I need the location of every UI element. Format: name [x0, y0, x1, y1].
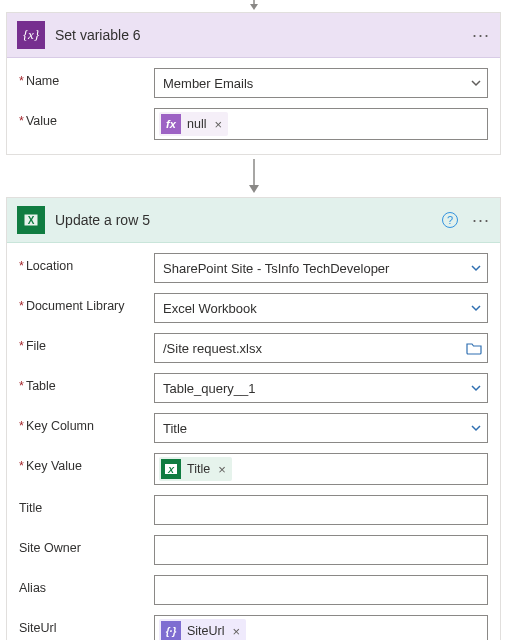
key-value-input[interactable]: X Title ×	[154, 453, 488, 485]
siteurl-token-text: SiteUrl	[187, 624, 225, 638]
location-label: Location	[19, 253, 154, 273]
file-row: File /Site request.xlsx	[19, 333, 488, 363]
chevron-down-icon[interactable]	[470, 262, 482, 274]
title-row: Title	[19, 495, 488, 525]
value-row: Value fx null ×	[19, 108, 488, 140]
table-value: Table_query__1	[163, 381, 256, 396]
siteurl-row: SiteUrl {·} SiteUrl ×	[19, 615, 488, 640]
flow-arrow-in	[0, 0, 507, 12]
dynamic-content-icon: {·}	[161, 621, 181, 640]
siteurl-input[interactable]: {·} SiteUrl ×	[154, 615, 488, 640]
name-input[interactable]: Member Emails	[154, 68, 488, 98]
update-row-card: X Update a row 5 ? ··· Location SharePoi…	[6, 197, 501, 640]
svg-text:{x}: {x}	[23, 27, 40, 42]
value-input[interactable]: fx null ×	[154, 108, 488, 140]
name-label: Name	[19, 68, 154, 88]
key-column-row: Key Column Title	[19, 413, 488, 443]
file-label: File	[19, 333, 154, 353]
more-menu-button[interactable]: ···	[472, 210, 490, 231]
token-remove-icon[interactable]: ×	[233, 624, 241, 639]
siteurl-token[interactable]: {·} SiteUrl ×	[159, 619, 246, 640]
location-row: Location SharePoint Site - TsInfo TechDe…	[19, 253, 488, 283]
site-owner-input[interactable]	[154, 535, 488, 565]
update-row-title: Update a row 5	[55, 212, 432, 228]
siteurl-label: SiteUrl	[19, 615, 154, 635]
alias-label: Alias	[19, 575, 154, 595]
location-value: SharePoint Site - TsInfo TechDeveloper	[163, 261, 389, 276]
name-row: Name Member Emails	[19, 68, 488, 98]
chevron-down-icon[interactable]	[470, 422, 482, 434]
update-row-header[interactable]: X Update a row 5 ? ···	[7, 198, 500, 243]
file-input[interactable]: /Site request.xlsx	[154, 333, 488, 363]
more-menu-button[interactable]: ···	[472, 25, 490, 46]
token-remove-icon[interactable]: ×	[218, 462, 226, 477]
table-input[interactable]: Table_query__1	[154, 373, 488, 403]
svg-marker-4	[249, 185, 259, 193]
fx-icon: fx	[161, 114, 181, 134]
file-picker-icon[interactable]	[466, 341, 482, 355]
key-value-label: Key Value	[19, 453, 154, 473]
title-label: Title	[19, 495, 154, 515]
fx-null-token[interactable]: fx null ×	[159, 112, 228, 136]
key-column-input[interactable]: Title	[154, 413, 488, 443]
document-library-input[interactable]: Excel Workbook	[154, 293, 488, 323]
svg-text:X: X	[167, 465, 175, 475]
alias-input[interactable]	[154, 575, 488, 605]
flow-arrow-connector	[0, 155, 507, 197]
svg-text:X: X	[28, 215, 35, 226]
table-label: Table	[19, 373, 154, 393]
site-owner-label: Site Owner	[19, 535, 154, 555]
name-value: Member Emails	[163, 76, 253, 91]
help-icon[interactable]: ?	[442, 212, 458, 228]
document-library-value: Excel Workbook	[163, 301, 257, 316]
key-column-value: Title	[163, 421, 187, 436]
key-value-row: Key Value X Title ×	[19, 453, 488, 485]
document-library-label: Document Library	[19, 293, 154, 313]
excel-title-token[interactable]: X Title ×	[159, 457, 232, 481]
file-value: /Site request.xlsx	[163, 341, 262, 356]
key-value-token-text: Title	[187, 462, 210, 476]
variable-icon: {x}	[17, 21, 45, 49]
svg-text:{·}: {·}	[166, 626, 177, 637]
name-dropdown-chevron-icon[interactable]	[470, 77, 482, 89]
alias-row: Alias	[19, 575, 488, 605]
set-variable-title: Set variable 6	[55, 27, 462, 43]
set-variable-body: Name Member Emails Value fx null ×	[7, 58, 500, 154]
site-owner-row: Site Owner	[19, 535, 488, 565]
excel-token-icon: X	[161, 459, 181, 479]
excel-icon: X	[17, 206, 45, 234]
value-label: Value	[19, 108, 154, 128]
svg-marker-1	[250, 4, 258, 10]
value-token-text: null	[187, 117, 206, 131]
key-column-label: Key Column	[19, 413, 154, 433]
chevron-down-icon[interactable]	[470, 302, 482, 314]
location-input[interactable]: SharePoint Site - TsInfo TechDeveloper	[154, 253, 488, 283]
table-row: Table Table_query__1	[19, 373, 488, 403]
set-variable-header[interactable]: {x} Set variable 6 ···	[7, 13, 500, 58]
document-library-row: Document Library Excel Workbook	[19, 293, 488, 323]
update-row-body: Location SharePoint Site - TsInfo TechDe…	[7, 243, 500, 640]
title-input[interactable]	[154, 495, 488, 525]
chevron-down-icon[interactable]	[470, 382, 482, 394]
token-remove-icon[interactable]: ×	[214, 117, 222, 132]
set-variable-card: {x} Set variable 6 ··· Name Member Email…	[6, 12, 501, 155]
